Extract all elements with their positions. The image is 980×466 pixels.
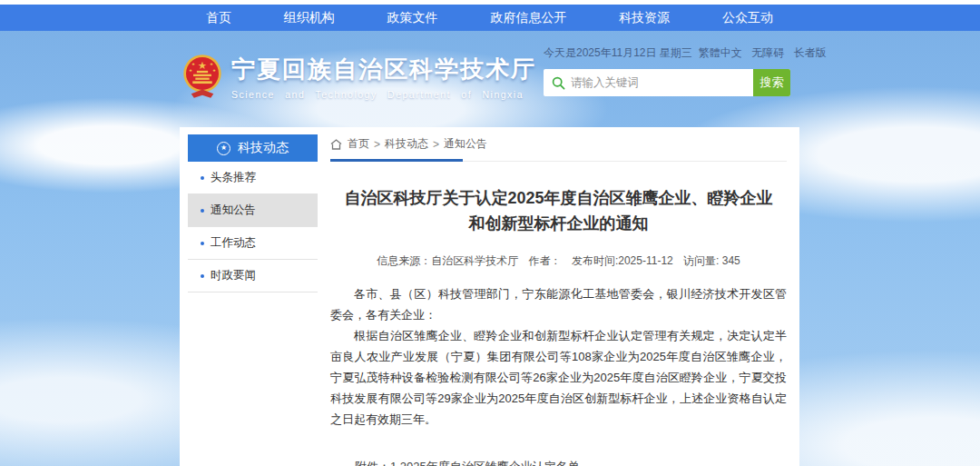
nav-item-tech-resources[interactable]: 科技资源	[619, 10, 670, 26]
article-meta: 信息来源：自治区科学技术厅 作者： 发布时间:2025-11-12 访问量: 3…	[330, 253, 787, 269]
sidebar: ★ 科技动态 头条推荐 通知公告 工作动态 时政要闻	[188, 134, 318, 292]
article-title-line2: 和创新型标杆企业的通知	[469, 214, 649, 233]
bullet-dot-icon	[201, 176, 204, 180]
sidebar-item-label: 头条推荐	[211, 170, 256, 185]
bullet-dot-icon	[201, 242, 204, 245]
article-title-line1: 自治区科技厅关于认定2025年度自治区雏鹰企业、瞪羚企业	[344, 189, 772, 207]
circle-star-icon: ★	[217, 142, 230, 155]
breadcrumb-notices[interactable]: 通知公告	[444, 136, 487, 152]
link-accessibility[interactable]: 无障碍	[751, 46, 784, 59]
bullet-dot-icon	[201, 274, 204, 278]
nav-item-public-interaction[interactable]: 公众互动	[722, 10, 773, 26]
nav-item-organization[interactable]: 组织机构	[284, 10, 335, 26]
sidebar-header: ★ 科技动态	[188, 134, 318, 162]
attachments-label: 附件：	[355, 459, 390, 466]
link-elder-version[interactable]: 长者版	[794, 46, 827, 59]
attachment-link-eagle-list[interactable]: 1.2025年度自治区雏鹰企业认定名单	[390, 459, 615, 466]
breadcrumb: 首页 > 科技动态 > 通知公告	[330, 136, 787, 152]
article-body: 各市、县（区）科技管理部门，宁东能源化工基地管委会，银川经济技术开发区管委会，各…	[330, 283, 787, 430]
date-text: 今天是2025年11月12日 星期三	[544, 45, 692, 61]
sidebar-item-work-updates[interactable]: 工作动态	[188, 227, 318, 260]
meta-publish-time: 发布时间:2025-11-12	[572, 254, 673, 267]
svg-text:★: ★	[189, 68, 192, 73]
meta-visit-count: 访问量: 345	[683, 254, 740, 267]
article-title: 自治区科技厅关于认定2025年度自治区雏鹰企业、瞪羚企业 和创新型标杆企业的通知	[330, 185, 787, 236]
nav-item-gov-info-disclosure[interactable]: 政府信息公开	[490, 10, 566, 26]
meta-source-label: 信息来源：	[377, 254, 431, 267]
search-input[interactable]	[571, 69, 753, 96]
breadcrumb-tech-news[interactable]: 科技动态	[385, 136, 428, 152]
sidebar-item-label: 时政要闻	[211, 268, 256, 283]
sidebar-item-label: 工作动态	[211, 235, 256, 251]
attachments-list: 1.2025年度自治区雏鹰企业认定名单 2.2025年度自治区瞪羚企业认定名单 …	[390, 459, 615, 466]
attachments-block: 附件： 1.2025年度自治区雏鹰企业认定名单 2.2025年度自治区瞪羚企业认…	[355, 459, 787, 466]
article-paragraph-1: 各市、县（区）科技管理部门，宁东能源化工基地管委会，银川经济技术开发区管委会，各…	[330, 283, 787, 325]
svg-text:★: ★	[210, 63, 213, 67]
search-icon	[544, 76, 571, 90]
nav-item-policy-documents[interactable]: 政策文件	[387, 10, 438, 26]
meta-author-label: 作者：	[529, 254, 562, 267]
content-panel: ★ 科技动态 头条推荐 通知公告 工作动态 时政要闻	[180, 127, 799, 466]
breadcrumb-divider	[330, 160, 787, 162]
breadcrumb-accent-bar	[330, 159, 463, 162]
meta-source: 自治区科学技术厅	[431, 254, 518, 267]
link-traditional-chinese[interactable]: 繁體中文	[699, 46, 742, 59]
national-emblem-logo: ★ ★ ★ ★ ★	[181, 53, 223, 100]
sidebar-title: 科技动态	[238, 140, 289, 156]
article-paragraph-2: 根据自治区雏鹰企业、瞪羚企业和创新型标杆企业认定管理有关规定，决定认定半亩良人农…	[330, 325, 787, 430]
article-column: 首页 > 科技动态 > 通知公告 自治区科技厅关于认定2025年度自治区雏鹰企业…	[330, 136, 787, 466]
home-icon	[330, 139, 342, 150]
sidebar-item-label: 通知公告	[211, 203, 256, 218]
sidebar-item-political-news[interactable]: 时政要闻	[188, 260, 318, 292]
site-header: ★ ★ ★ ★ ★ 宁夏回族自治区科学技术厅 Science and Techn…	[0, 31, 980, 127]
bullet-dot-icon	[201, 209, 204, 213]
search-button[interactable]: 搜索	[753, 69, 790, 96]
site-subtitle: Science and Technology Department of Nin…	[231, 89, 536, 100]
breadcrumb-separator: >	[374, 138, 380, 151]
breadcrumb-separator: >	[433, 138, 439, 151]
quick-links: 繁體中文 无障碍 长者版	[692, 45, 827, 61]
search-bar: 搜索	[544, 69, 790, 96]
svg-text:★: ★	[191, 63, 195, 67]
brand: ★ ★ ★ ★ ★ 宁夏回族自治区科学技术厅 Science and Techn…	[181, 53, 536, 100]
breadcrumb-home[interactable]: 首页	[348, 136, 369, 152]
sidebar-item-notices[interactable]: 通知公告	[188, 194, 318, 227]
main-nav: 首页 组织机构 政策文件 政府信息公开 科技资源 公众互动	[0, 5, 980, 31]
sidebar-item-headlines[interactable]: 头条推荐	[188, 162, 318, 194]
svg-text:★: ★	[198, 60, 207, 71]
nav-item-home[interactable]: 首页	[206, 10, 231, 26]
svg-text:★: ★	[212, 68, 216, 73]
sidebar-menu: 头条推荐 通知公告 工作动态 时政要闻	[188, 162, 318, 292]
site-title: 宁夏回族自治区科学技术厅	[231, 54, 536, 85]
